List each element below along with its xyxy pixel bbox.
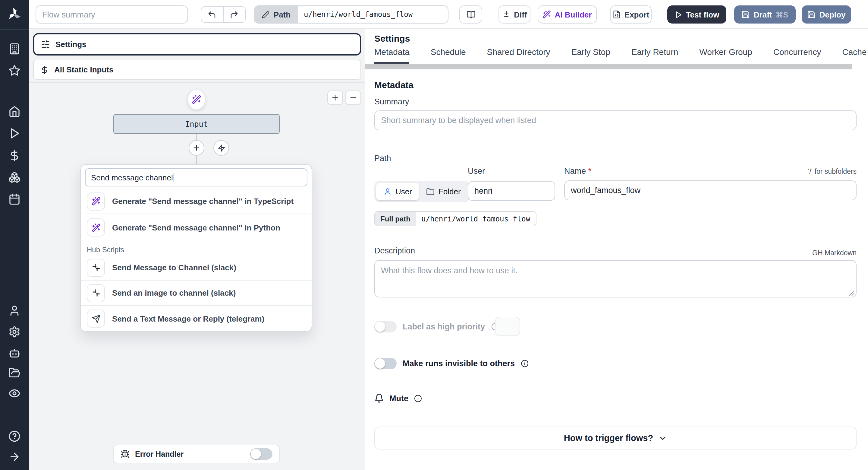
- path-value[interactable]: u/henri/world_famous_flow: [298, 6, 448, 23]
- sidebar-item-help[interactable]: [0, 426, 29, 446]
- sidebar-item-workspace[interactable]: [0, 39, 29, 59]
- zoom-in-button[interactable]: [327, 90, 343, 105]
- hub-script-slack-message[interactable]: Send Message to Channel (slack): [81, 255, 312, 281]
- docs-button[interactable]: [459, 5, 482, 24]
- wand-icon: [91, 197, 100, 206]
- sliders-icon: [41, 40, 50, 49]
- user-icon: [383, 187, 392, 196]
- draft-label: Draft: [754, 10, 772, 19]
- flow-summary-input[interactable]: [36, 5, 188, 24]
- description-textarea[interactable]: [374, 260, 857, 297]
- tabs-horizontal-scrollbar[interactable]: [365, 64, 852, 69]
- ai-builder-button[interactable]: AI Builder: [538, 5, 597, 24]
- tab-early-stop[interactable]: Early Stop: [571, 47, 610, 64]
- sidebar-item-workers[interactable]: [0, 343, 29, 363]
- draft-button[interactable]: Draft ⌘S: [734, 5, 796, 24]
- sidebar-item-settings[interactable]: [0, 322, 29, 342]
- sidebar-item-favorites[interactable]: [0, 60, 29, 81]
- suggestion-generate-python[interactable]: Generate "Send message channel" in Pytho…: [81, 214, 312, 241]
- play-icon: [675, 10, 682, 19]
- file-code-icon: [613, 10, 621, 19]
- save-icon: [742, 10, 750, 19]
- add-trigger-button[interactable]: [213, 140, 229, 156]
- settings-tabs: Metadata Schedule Shared Directory Early…: [374, 47, 867, 64]
- full-path-value: u/henri/world_famous_flow: [416, 212, 535, 226]
- resize-grip-icon[interactable]: [849, 290, 855, 296]
- sidebar-expand-button[interactable]: [0, 446, 29, 467]
- mute-label: Mute: [390, 394, 408, 403]
- suggestion-generate-typescript[interactable]: Generate "Send message channel" in TypeS…: [81, 189, 312, 214]
- step-search-input[interactable]: Send message channel: [85, 168, 307, 186]
- settings-panel-title: Settings: [374, 33, 410, 43]
- sidebar-item-resources[interactable]: [0, 167, 29, 188]
- add-step-button[interactable]: [189, 140, 204, 156]
- sidebar-item-folders[interactable]: [0, 362, 29, 383]
- hub-script-slack-image[interactable]: Send an image to channel (slack): [81, 281, 312, 306]
- boxes-icon: [8, 171, 21, 183]
- undo-redo-group: [201, 6, 246, 23]
- owner-kind-folder[interactable]: Folder: [419, 183, 468, 200]
- metadata-heading: Metadata: [374, 80, 413, 90]
- test-flow-button[interactable]: Test flow: [667, 5, 726, 24]
- draft-shortcut: ⌘S: [776, 10, 788, 19]
- zap-icon: [217, 144, 225, 152]
- suggestion-label: Generate "Send message channel" in TypeS…: [112, 197, 293, 206]
- tab-schedule[interactable]: Schedule: [431, 47, 466, 64]
- export-button[interactable]: Export: [610, 5, 652, 24]
- deploy-button[interactable]: Deploy: [802, 5, 851, 24]
- flow-settings-node[interactable]: Settings: [33, 33, 361, 56]
- gear-icon: [8, 326, 21, 338]
- windmill-logo[interactable]: [0, 4, 29, 25]
- sidebar-item-home[interactable]: [0, 101, 29, 122]
- zoom-out-button[interactable]: [345, 90, 361, 105]
- summary-input[interactable]: [374, 110, 857, 130]
- how-to-trigger-flows-expander[interactable]: How to trigger flows?: [374, 427, 857, 449]
- tab-worker-group[interactable]: Worker Group: [699, 47, 752, 64]
- settings-panel: Settings Metadata Schedule Shared Direct…: [365, 29, 868, 470]
- all-static-inputs-node[interactable]: All Static Inputs: [33, 60, 361, 80]
- graph-divider: [29, 82, 365, 83]
- wand-icon: [192, 95, 201, 105]
- redo-button[interactable]: [223, 7, 245, 22]
- required-asterisk: *: [588, 167, 592, 176]
- tab-shared-directory[interactable]: Shared Directory: [487, 47, 550, 64]
- tab-concurrency[interactable]: Concurrency: [773, 47, 821, 64]
- input-node[interactable]: Input: [113, 114, 280, 134]
- undo-icon: [208, 10, 217, 19]
- trigger-help-label: How to trigger flows?: [564, 433, 653, 443]
- flow-ai-button[interactable]: [187, 89, 206, 110]
- step-search-value: Send message channel: [91, 173, 173, 182]
- tab-cache[interactable]: Cache: [842, 47, 867, 64]
- toggle-knob: [251, 449, 261, 459]
- path-user-input[interactable]: [468, 181, 555, 201]
- sidebar-item-variables[interactable]: [0, 145, 29, 166]
- error-handler-toggle[interactable]: [250, 448, 273, 460]
- slack-icon: [91, 263, 100, 272]
- path-name-input[interactable]: [564, 180, 857, 200]
- hub-script-telegram-message[interactable]: Send a Text Message or Reply (telegram): [81, 306, 312, 331]
- path-edit-button[interactable]: Path: [254, 6, 298, 23]
- error-handler-node[interactable]: Error Handler: [113, 445, 280, 463]
- undo-button[interactable]: [201, 7, 223, 22]
- user-icon: [8, 305, 21, 317]
- priority-value-input[interactable]: [495, 317, 520, 336]
- toggle-knob: [375, 322, 385, 332]
- owner-kind-user[interactable]: User: [376, 183, 419, 200]
- path-label: Path: [374, 154, 391, 163]
- mute-row[interactable]: Mute: [374, 393, 422, 403]
- sidebar-item-schedules[interactable]: [0, 189, 29, 209]
- suggestion-icon-chip: [87, 218, 105, 236]
- full-path-display: Full path u/henri/world_famous_flow: [374, 211, 536, 226]
- high-priority-toggle[interactable]: [374, 321, 397, 332]
- minus-icon: [349, 93, 358, 102]
- sidebar-item-audit-logs[interactable]: [0, 383, 29, 404]
- send-icon: [91, 314, 100, 323]
- tab-early-return[interactable]: Early Return: [631, 47, 678, 64]
- star-icon: [8, 64, 21, 77]
- path-group: Path u/henri/world_famous_flow: [254, 5, 448, 24]
- diff-button[interactable]: Diff: [498, 5, 530, 24]
- invisible-runs-toggle[interactable]: [374, 358, 397, 369]
- sidebar-item-runs[interactable]: [0, 123, 29, 144]
- sidebar-item-users[interactable]: [0, 300, 29, 321]
- tab-metadata[interactable]: Metadata: [374, 47, 410, 64]
